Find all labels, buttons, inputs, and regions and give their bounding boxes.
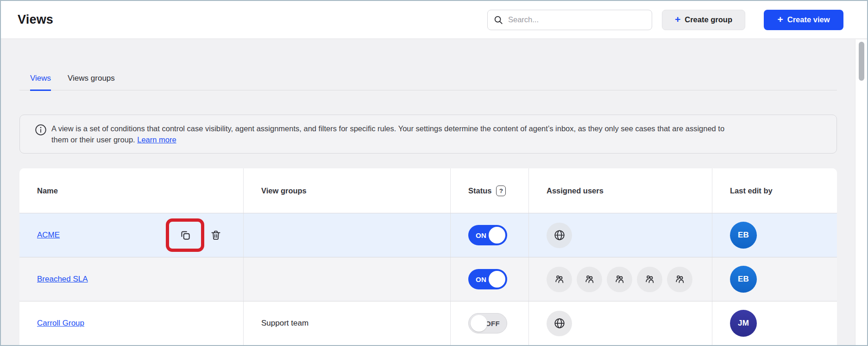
status-toggle-on[interactable]: ON [468,225,507,245]
assigned-users-cell [528,301,712,345]
user-group-icon[interactable] [607,267,632,292]
view-link-breached-sla[interactable]: Breached SLA [37,275,88,284]
all-users-globe-icon[interactable] [547,223,572,248]
info-banner: A view is a set of conditions that contr… [19,115,837,154]
vertical-scrollbar-thumb[interactable] [859,42,864,81]
view-link-acme[interactable]: ACME [37,231,60,240]
tab-bar: Views Views groups [19,39,837,90]
tab-views[interactable]: Views [30,74,51,91]
table-header-row: Name View groups Status ? Assigned users… [19,168,837,213]
last-edit-by-cell: EB [712,213,837,257]
page-title: Views [18,13,53,27]
toggle-knob [489,271,505,288]
all-users-globe-icon[interactable] [547,311,572,336]
search-input[interactable] [508,15,646,24]
last-edit-by-cell: EB [712,257,837,301]
assigned-users-cell [528,213,712,257]
table-row-carroll-group: Carroll Group Support team OFF [19,301,837,345]
vertical-scrollbar-track[interactable] [855,39,867,345]
plus-icon: + [778,14,783,25]
status-cell: OFF [450,301,528,345]
red-highlight-box [166,218,204,252]
delete-icon[interactable] [210,229,222,241]
column-header-assigned-users: Assigned users [528,168,712,213]
banner-line1: A view is a set of conditions that contr… [51,124,724,133]
topbar: Views + Create group + Create view [1,1,867,39]
create-view-button[interactable]: + Create view [764,10,843,30]
views-table: Name View groups Status ? Assigned users… [19,168,837,345]
tab-views-groups[interactable]: Views groups [68,74,115,90]
status-toggle-on[interactable]: ON [468,269,507,289]
column-header-status: Status ? [450,168,528,213]
copy-icon[interactable] [179,229,191,241]
avatar[interactable]: EB [730,266,757,293]
avatar[interactable]: EB [730,222,757,249]
status-cell: ON [450,213,528,257]
table-row-breached-sla: Breached SLA ON [19,257,837,301]
user-group-icon[interactable] [637,267,662,292]
info-icon [35,124,47,136]
avatar[interactable]: JM [730,310,757,337]
assigned-users-cell [528,257,712,301]
last-edit-by-cell: JM [712,301,837,345]
banner-text: A view is a set of conditions that contr… [51,123,724,145]
name-cell: Carroll Group [19,301,243,345]
learn-more-link[interactable]: Learn more [137,135,176,144]
search-box[interactable] [487,10,652,30]
view-link-carroll-group[interactable]: Carroll Group [37,319,84,328]
status-toggle-off[interactable]: OFF [468,313,507,333]
user-group-icon[interactable] [577,267,602,292]
view-groups-cell [243,257,450,301]
status-cell: ON [450,257,528,301]
user-group-icon[interactable] [667,267,692,292]
plus-icon: + [675,14,680,25]
search-icon [493,15,503,25]
column-header-last-edit-by: Last edit by [712,168,837,213]
name-cell: ACME [19,213,243,257]
view-groups-cell: Support team [243,301,450,345]
user-group-icon[interactable] [547,267,572,292]
toggle-knob [489,227,505,243]
column-header-name: Name [19,168,243,213]
status-help-icon[interactable]: ? [496,186,506,196]
banner-line2: them or their user group. [51,135,135,144]
toggle-knob [471,315,487,332]
create-group-label: Create group [685,15,732,24]
create-view-label: Create view [787,15,830,24]
table-row-acme: ACME [19,213,837,257]
user-group-list [547,267,692,292]
row-actions [166,218,222,252]
column-header-view-groups: View groups [243,168,450,213]
create-group-button[interactable]: + Create group [662,10,745,30]
name-cell: Breached SLA [19,257,243,301]
view-groups-cell [243,213,450,257]
content-area: Views Views groups A view is a set of co… [1,39,867,345]
